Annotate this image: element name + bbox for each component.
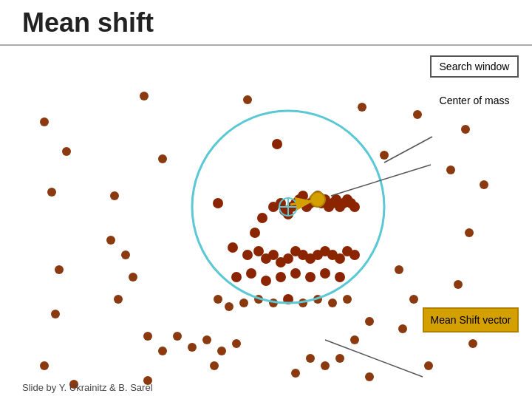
svg-point-89 (395, 265, 403, 274)
svg-point-81 (210, 361, 219, 370)
svg-point-98 (158, 347, 167, 355)
svg-point-71 (343, 295, 352, 304)
svg-point-96 (306, 354, 315, 363)
svg-point-63 (225, 302, 233, 311)
svg-point-78 (40, 361, 49, 370)
svg-point-59 (305, 272, 316, 282)
svg-point-23 (298, 191, 308, 201)
svg-point-38 (228, 242, 238, 253)
svg-point-84 (424, 361, 433, 370)
title-divider (0, 44, 532, 46)
svg-point-70 (328, 299, 337, 307)
svg-point-72 (106, 236, 115, 245)
svg-point-9 (380, 151, 389, 160)
svg-point-39 (242, 250, 253, 260)
svg-point-1 (140, 92, 149, 100)
svg-point-82 (291, 369, 300, 378)
svg-point-42 (268, 250, 279, 260)
svg-point-90 (409, 295, 418, 304)
svg-point-13 (213, 198, 223, 208)
svg-point-14 (250, 228, 260, 238)
svg-point-53 (349, 250, 360, 260)
svg-point-83 (365, 372, 374, 381)
svg-point-61 (335, 272, 345, 282)
center-of-mass-marker (310, 192, 325, 207)
svg-point-85 (468, 339, 477, 348)
svg-point-103 (232, 339, 241, 348)
svg-point-94 (335, 354, 344, 363)
svg-point-54 (231, 272, 242, 282)
svg-point-95 (321, 361, 330, 370)
svg-point-11 (47, 188, 56, 197)
svg-point-44 (283, 253, 293, 264)
svg-point-55 (246, 268, 256, 279)
svg-point-64 (239, 299, 248, 307)
svg-point-5 (461, 125, 470, 134)
svg-point-86 (454, 280, 463, 289)
svg-line-104 (384, 137, 432, 163)
svg-point-2 (243, 95, 252, 104)
svg-point-92 (365, 317, 374, 326)
svg-point-57 (276, 272, 286, 282)
svg-point-93 (350, 335, 359, 344)
svg-point-8 (272, 139, 282, 149)
svg-point-60 (320, 268, 330, 279)
svg-point-100 (188, 343, 197, 352)
svg-point-40 (253, 246, 264, 256)
svg-point-10 (446, 166, 455, 174)
svg-point-88 (480, 180, 488, 189)
svg-point-99 (173, 332, 182, 341)
svg-point-75 (114, 295, 123, 304)
svg-point-6 (62, 147, 71, 156)
svg-point-58 (290, 268, 301, 279)
svg-point-87 (465, 228, 474, 237)
svg-point-12 (110, 191, 119, 200)
svg-point-62 (214, 295, 222, 304)
svg-point-73 (121, 250, 130, 259)
svg-point-15 (257, 213, 267, 223)
svg-point-101 (202, 335, 211, 344)
visualization-canvas (0, 48, 532, 399)
svg-line-105 (331, 165, 431, 196)
svg-point-76 (55, 265, 64, 274)
svg-point-74 (129, 273, 137, 282)
svg-point-51 (335, 253, 345, 264)
svg-point-91 (398, 324, 407, 333)
svg-point-3 (358, 103, 366, 112)
svg-point-37 (349, 202, 360, 212)
svg-point-56 (261, 276, 271, 286)
svg-point-77 (51, 310, 60, 318)
svg-point-102 (217, 347, 226, 355)
svg-point-7 (158, 154, 167, 163)
svg-point-4 (413, 110, 422, 119)
svg-point-0 (40, 117, 49, 126)
page-title: Mean shift (22, 7, 154, 38)
crosshair (279, 198, 297, 216)
slide-credit: Slide by Y. Ukrainitz & B. Sarel (22, 382, 153, 393)
svg-point-97 (143, 332, 152, 341)
